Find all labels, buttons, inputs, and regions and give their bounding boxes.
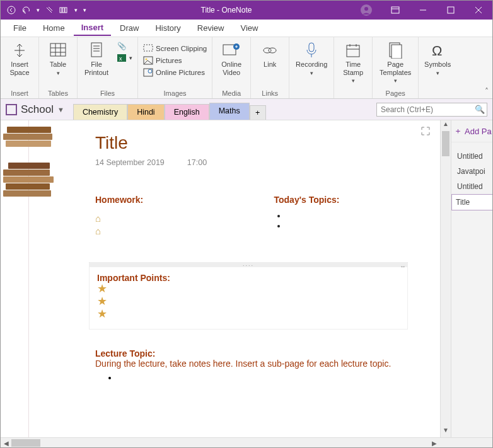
scroll-right-icon[interactable]: ▶ [429, 440, 439, 447]
online-video-icon [223, 42, 240, 59]
qat-customize-icon[interactable]: ▾ [80, 3, 89, 17]
house-icon: ⌂ [95, 225, 249, 238]
page-meta: 14 September 2019 17:00 [95, 158, 427, 167]
section-tab-chemistry[interactable]: Chemistry [73, 104, 127, 120]
online-pictures-button[interactable]: Online Pictures [141, 67, 209, 78]
section-tab-english[interactable]: English [165, 104, 209, 120]
online-video-button[interactable]: Online Video [215, 39, 248, 76]
spreadsheet-button[interactable]: x▾ [114, 52, 135, 64]
pictures-button[interactable]: Pictures [141, 55, 209, 66]
page-canvas[interactable]: Title 14 September 2019 17:00 Homework: … [1, 120, 440, 437]
tab-history[interactable]: History [148, 21, 188, 35]
container-grip[interactable]: ···· [90, 262, 407, 267]
house-icon: ⌂ [95, 212, 249, 225]
spreadsheet-icon: x [117, 53, 127, 63]
svg-rect-38 [392, 45, 402, 59]
section-tab-hindi[interactable]: Hindi [127, 104, 165, 120]
search-input[interactable] [376, 103, 487, 117]
add-section-button[interactable]: + [250, 105, 266, 120]
tab-insert[interactable]: Insert [74, 20, 111, 36]
star-icon: ★ [97, 308, 400, 321]
page-list-item[interactable]: Javatpoi [451, 164, 492, 179]
screen-clipping-button[interactable]: Screen Clipping [141, 43, 209, 54]
group-files: Files [80, 89, 135, 98]
svg-point-27 [148, 69, 152, 73]
svg-point-5 [364, 7, 368, 11]
group-insert: Insert [3, 89, 36, 98]
file-attachment-button[interactable]: 📎 [114, 40, 135, 52]
page-templates-button[interactable]: Page Templates [375, 39, 415, 84]
svg-rect-12 [50, 43, 66, 56]
collapse-ribbon-icon[interactable]: ˄ [485, 87, 489, 96]
recording-button[interactable]: Recording [292, 39, 331, 76]
svg-rect-23 [144, 45, 153, 51]
minimize-icon[interactable] [409, 1, 437, 20]
topics-list[interactable] [287, 211, 428, 231]
group-recording [292, 89, 331, 98]
vertical-scrollbar[interactable]: ▲ ▼ [440, 120, 451, 437]
star-icon: ★ [97, 283, 400, 296]
file-printout-button[interactable]: File Printout [80, 39, 113, 76]
scroll-up-icon[interactable]: ▲ [441, 120, 451, 131]
maximize-icon[interactable] [437, 1, 465, 20]
tab-draw[interactable]: Draw [112, 21, 146, 35]
ribbon: Insert Space Insert Table Tables File Pr… [1, 37, 492, 99]
ribbon-mode-icon[interactable] [381, 1, 409, 20]
tab-file[interactable]: File [6, 21, 34, 35]
notebook-bar: School ▼ Chemistry Hindi English Maths +… [1, 99, 492, 120]
scroll-left-icon[interactable]: ◀ [1, 440, 11, 447]
scroll-thumb[interactable] [11, 439, 40, 447]
group-links: Links [253, 89, 286, 98]
insert-space-button[interactable]: Insert Space [3, 39, 36, 76]
important-points-container[interactable]: ···· ↔ Important Points: ★ ★ ★ [89, 262, 408, 330]
symbols-button[interactable]: Ω Symbols [421, 39, 454, 76]
add-page-button[interactable]: ＋Add Pa [451, 120, 492, 142]
page-list-panel: ＋Add Pa Untitled Javatpoi Untitled Title [451, 120, 492, 437]
lecture-topic-body[interactable]: During the lecture, take notes here. Ins… [95, 359, 427, 369]
chevron-down-icon: ▼ [57, 106, 64, 113]
dock-icon[interactable] [57, 3, 71, 17]
svg-text:x: x [119, 55, 122, 62]
scroll-track[interactable] [11, 438, 429, 448]
page-date[interactable]: 14 September 2019 [95, 158, 165, 167]
section-tab-maths[interactable]: Maths [209, 103, 250, 120]
time-stamp-icon [344, 42, 362, 59]
back-icon[interactable] [4, 3, 18, 17]
svg-rect-33 [347, 45, 359, 57]
page-list-item[interactable]: Untitled [451, 149, 492, 164]
group-timestamp [337, 89, 369, 98]
pictures-icon [143, 55, 153, 66]
page-title[interactable]: Title [95, 133, 427, 153]
time-stamp-button[interactable]: Time Stamp [337, 39, 369, 84]
page-templates-icon [386, 42, 404, 59]
lecture-topic-heading[interactable]: Lecture Topic: [95, 348, 427, 359]
close-icon[interactable] [465, 1, 492, 20]
lecture-bullets[interactable] [118, 372, 427, 381]
tab-review[interactable]: Review [190, 21, 232, 35]
tab-home[interactable]: Home [35, 21, 72, 35]
svg-rect-1 [60, 8, 62, 13]
page-list-item-selected[interactable]: Title [451, 194, 492, 210]
search-icon[interactable]: 🔍 [475, 105, 485, 114]
account-icon[interactable] [360, 4, 381, 16]
undo-dropdown-icon[interactable]: ▾ [35, 3, 41, 17]
tab-view[interactable]: View [233, 21, 265, 35]
quick-access-toolbar: ▾ ▾ ▾ [1, 3, 93, 17]
pin-icon[interactable] [42, 3, 56, 17]
scroll-thumb[interactable] [442, 131, 450, 156]
group-media: Media [215, 89, 248, 98]
link-button[interactable]: Link [253, 39, 286, 69]
important-points-heading[interactable]: Important Points: [97, 273, 400, 283]
page-time[interactable]: 17:00 [187, 158, 207, 167]
page-list-item[interactable]: Untitled [451, 179, 492, 194]
table-button[interactable]: Table [42, 39, 74, 76]
resize-handle-icon[interactable]: ↔ [400, 263, 406, 270]
homework-heading[interactable]: Homework: [95, 195, 249, 205]
horizontal-scrollbar[interactable]: ◀ ▶ [1, 437, 492, 448]
notebook-picker[interactable]: School ▼ [6, 103, 69, 116]
scroll-down-icon[interactable]: ▼ [441, 427, 451, 437]
undo-icon[interactable] [20, 3, 33, 17]
todays-topics-heading[interactable]: Today's Topics: [274, 195, 428, 205]
dock-dropdown-icon[interactable]: ▾ [72, 3, 79, 17]
file-printout-icon [88, 42, 105, 59]
